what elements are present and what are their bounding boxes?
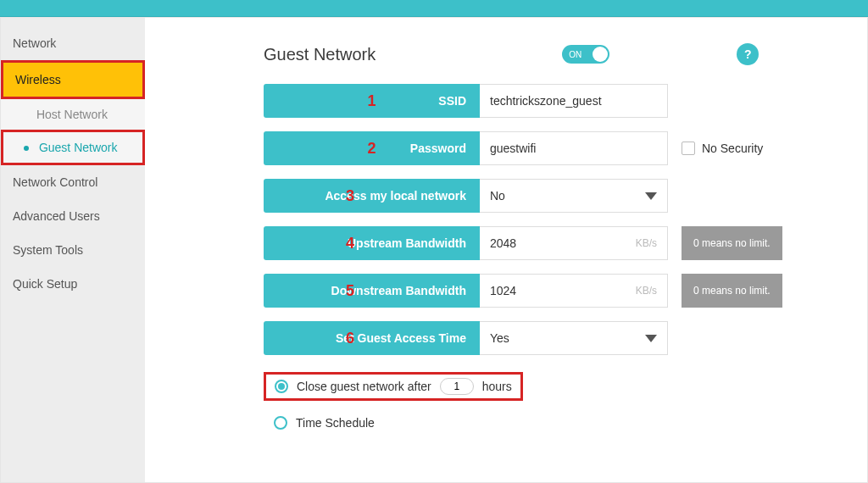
annotation-2: 2 <box>367 140 376 158</box>
sidebar-subitem-label: Host Network <box>36 108 108 121</box>
label-access-time: 6 Set Guest Access Time <box>264 321 480 355</box>
close-after-prefix: Close guest network after <box>297 380 431 393</box>
access-local-select[interactable]: No <box>480 179 668 213</box>
time-schedule-option: Time Schedule <box>269 409 825 436</box>
chevron-down-icon <box>645 192 657 200</box>
toggle-knob-icon <box>593 47 608 62</box>
downstream-hint-wrap: 0 means no limit. <box>682 274 782 308</box>
label-access-local: 3 Access my local network <box>264 179 480 213</box>
sidebar-subitem-guest-network[interactable]: Guest Network <box>1 130 145 165</box>
upstream-unit: KB/s <box>636 237 657 249</box>
password-field-wrap <box>480 131 668 165</box>
label-upstream: 4 Upstream Bandwidth <box>264 226 480 260</box>
sidebar-item-network-control[interactable]: Network Control <box>1 165 145 199</box>
sidebar-item-wireless[interactable]: Wireless <box>1 60 145 99</box>
help-button[interactable]: ? <box>737 43 759 65</box>
top-bar <box>0 0 868 17</box>
upstream-field-wrap: KB/s <box>480 226 668 260</box>
sidebar-item-system-tools[interactable]: System Tools <box>1 233 145 267</box>
bullet-icon <box>21 113 26 118</box>
label-ssid: 1 SSID <box>264 84 480 118</box>
chevron-down-icon <box>645 335 657 342</box>
sidebar-subitem-host-network[interactable]: Host Network <box>1 99 145 130</box>
main-panel: Guest Network ON ? 1 SSID 2 Password <box>145 18 867 482</box>
bullet-icon <box>24 146 29 151</box>
sidebar-item-advanced-users[interactable]: Advanced Users <box>1 199 145 233</box>
row-downstream: 5 Downstream Bandwidth KB/s 0 means no l… <box>264 274 825 308</box>
downstream-hint: 0 means no limit. <box>682 274 782 308</box>
upstream-hint: 0 means no limit. <box>682 226 782 260</box>
access-local-value: No <box>490 189 505 203</box>
row-access-local: 3 Access my local network No <box>264 179 825 213</box>
guest-network-toggle[interactable]: ON <box>562 45 609 64</box>
label-text: Password <box>410 142 466 155</box>
downstream-input[interactable] <box>490 284 636 297</box>
row-access-time: 6 Set Guest Access Time Yes <box>264 321 825 355</box>
row-ssid: 1 SSID <box>264 84 825 118</box>
close-after-radio[interactable] <box>275 380 288 393</box>
upstream-hint-wrap: 0 means no limit. <box>682 226 782 260</box>
row-password: 2 Password No Security <box>264 131 825 165</box>
no-security-checkbox[interactable] <box>682 142 695 155</box>
annotation-6: 6 <box>346 330 354 347</box>
time-schedule-radio[interactable] <box>274 416 287 430</box>
sidebar-item-network[interactable]: Network <box>1 26 145 60</box>
sidebar-subitem-label: Guest Network <box>39 141 118 154</box>
sidebar-item-quick-setup[interactable]: Quick Setup <box>1 267 145 301</box>
time-schedule-label: Time Schedule <box>296 416 375 430</box>
label-text: SSID <box>438 94 466 108</box>
page-header: Guest Network ON ? <box>264 43 825 65</box>
label-text: Upstream Bandwidth <box>348 236 466 250</box>
label-text: Set Guest Access Time <box>336 331 466 345</box>
access-time-value: Yes <box>490 331 509 345</box>
close-after-suffix: hours <box>482 380 512 393</box>
downstream-unit: KB/s <box>636 285 657 297</box>
upstream-input[interactable] <box>490 236 636 250</box>
access-time-select[interactable]: Yes <box>480 321 668 355</box>
annotation-5: 5 <box>346 282 354 300</box>
radio-dot-icon <box>278 383 285 390</box>
close-after-option: Close guest network after hours <box>264 372 523 401</box>
app-container: Network Wireless Host Network Guest Netw… <box>0 17 868 483</box>
no-security-group: No Security <box>682 142 763 155</box>
label-downstream: 5 Downstream Bandwidth <box>264 274 480 308</box>
annotation-3: 3 <box>346 187 354 205</box>
no-security-label: No Security <box>702 142 763 155</box>
label-password: 2 Password <box>264 131 480 165</box>
row-upstream: 4 Upstream Bandwidth KB/s 0 means no lim… <box>264 226 825 260</box>
page-title: Guest Network <box>264 45 376 64</box>
toggle-label: ON <box>569 50 581 59</box>
annotation-1: 1 <box>367 92 376 110</box>
close-after-hours-input[interactable] <box>440 378 474 395</box>
sidebar: Network Wireless Host Network Guest Netw… <box>1 18 145 482</box>
ssid-input[interactable] <box>490 94 657 108</box>
annotation-4: 4 <box>346 235 354 253</box>
ssid-field-wrap <box>480 84 668 118</box>
downstream-field-wrap: KB/s <box>480 274 668 308</box>
password-input[interactable] <box>490 142 657 155</box>
sidebar-wireless-subgroup: Host Network Guest Network <box>1 99 145 165</box>
